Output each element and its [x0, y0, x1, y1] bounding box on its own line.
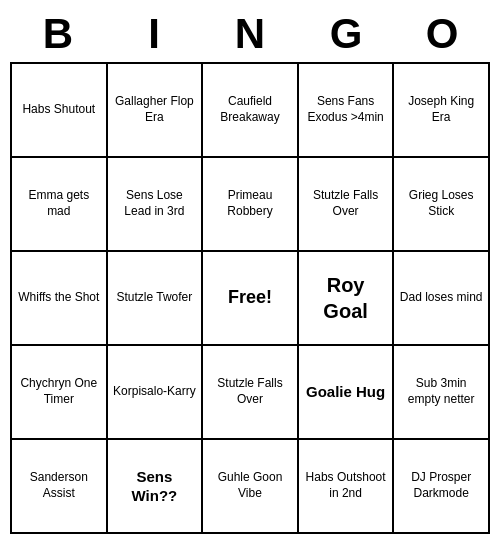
cell-3-3[interactable]: Goalie Hug — [299, 346, 395, 440]
cell-0-4[interactable]: Joseph King Era — [394, 64, 490, 158]
letter-b: B — [13, 10, 103, 58]
cell-4-4[interactable]: DJ Prosper Darkmode — [394, 440, 490, 534]
cell-1-2[interactable]: Primeau Robbery — [203, 158, 299, 252]
letter-i: I — [109, 10, 199, 58]
cell-0-1[interactable]: Gallagher Flop Era — [108, 64, 204, 158]
cell-3-1[interactable]: Korpisalo-Karry — [108, 346, 204, 440]
cell-1-3[interactable]: Stutzle Falls Over — [299, 158, 395, 252]
cell-4-0[interactable]: Sanderson Assist — [12, 440, 108, 534]
letter-n: N — [205, 10, 295, 58]
bingo-grid: Habs Shutout Gallagher Flop Era Caufield… — [10, 62, 490, 534]
cell-1-4[interactable]: Grieg Loses Stick — [394, 158, 490, 252]
cell-4-3[interactable]: Habs Outshoot in 2nd — [299, 440, 395, 534]
cell-1-1[interactable]: Sens Lose Lead in 3rd — [108, 158, 204, 252]
cell-2-3[interactable]: Roy Goal — [299, 252, 395, 346]
cell-2-2-free[interactable]: Free! — [203, 252, 299, 346]
cell-0-0[interactable]: Habs Shutout — [12, 64, 108, 158]
bingo-title: B I N G O — [10, 10, 490, 58]
cell-0-3[interactable]: Sens Fans Exodus >4min — [299, 64, 395, 158]
cell-2-0[interactable]: Whiffs the Shot — [12, 252, 108, 346]
letter-g: G — [301, 10, 391, 58]
cell-2-1[interactable]: Stutzle Twofer — [108, 252, 204, 346]
cell-4-2[interactable]: Guhle Goon Vibe — [203, 440, 299, 534]
cell-3-0[interactable]: Chychryn One Timer — [12, 346, 108, 440]
cell-3-4[interactable]: Sub 3min empty netter — [394, 346, 490, 440]
cell-0-2[interactable]: Caufield Breakaway — [203, 64, 299, 158]
cell-1-0[interactable]: Emma gets mad — [12, 158, 108, 252]
letter-o: O — [397, 10, 487, 58]
cell-3-2[interactable]: Stutzle Falls Over — [203, 346, 299, 440]
cell-4-1[interactable]: Sens Win?? — [108, 440, 204, 534]
cell-2-4[interactable]: Dad loses mind — [394, 252, 490, 346]
